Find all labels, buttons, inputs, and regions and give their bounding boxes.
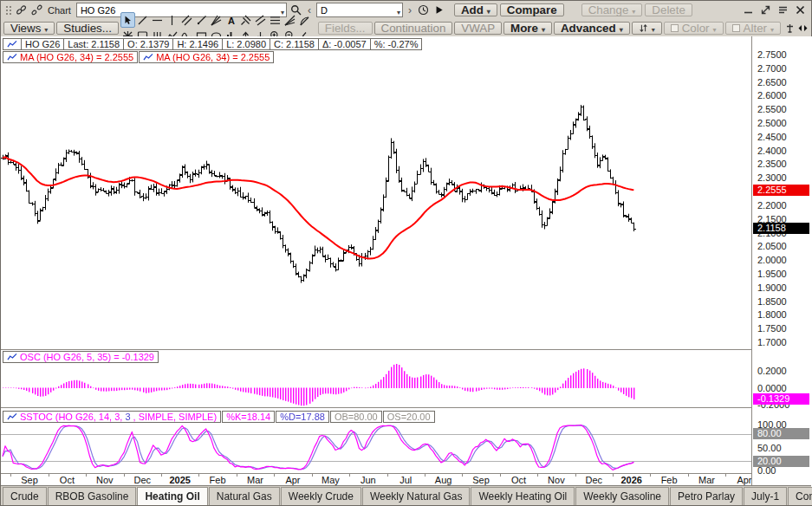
period-dropdown-caret-icon[interactable] bbox=[397, 6, 400, 16]
month-label: May bbox=[322, 475, 340, 485]
play-icon[interactable] bbox=[432, 3, 445, 16]
chart-tab[interactable]: July-1 bbox=[744, 487, 787, 505]
vwap-button[interactable]: VWAP bbox=[454, 22, 502, 35]
more-caret-icon bbox=[542, 22, 545, 35]
overbought-badge: 80.00 bbox=[753, 428, 809, 439]
chart-type-icon-chip[interactable] bbox=[3, 38, 22, 50]
price-tick: 2.6500 bbox=[757, 77, 787, 88]
price-tick: 2.3000 bbox=[757, 172, 787, 183]
price-tick: 1.7000 bbox=[757, 337, 787, 347]
ray-tool[interactable] bbox=[194, 12, 209, 28]
osc-badge[interactable]: OSC (HO G26, 5, 35) = -0.1329 bbox=[3, 351, 159, 363]
ma-badge[interactable]: MA (HO G26, 34) = 2.2555 bbox=[3, 51, 138, 63]
month-label: Feb bbox=[661, 475, 678, 485]
color-caret-icon bbox=[713, 22, 717, 35]
unlink-icon[interactable] bbox=[30, 3, 43, 16]
month-label: Apr bbox=[737, 475, 751, 485]
chart-tab[interactable]: Weekly Crude bbox=[281, 487, 361, 505]
trend-line-tool[interactable] bbox=[135, 12, 150, 28]
month-tick bbox=[274, 474, 275, 477]
ma-price-badge: 2.2555 bbox=[753, 185, 809, 196]
price-tick: 1.9500 bbox=[757, 269, 787, 279]
advanced-button[interactable]: Advanced bbox=[554, 22, 630, 35]
link-icon[interactable] bbox=[15, 3, 28, 16]
price-tick: 2.2000 bbox=[757, 200, 787, 211]
parallel-lines-tool[interactable] bbox=[179, 12, 194, 28]
sstoc-badge[interactable]: SSTOC (HO G26, 14, 3, 3, SIMPLE, SIMPLE) bbox=[3, 411, 221, 423]
trend-line-icon bbox=[137, 15, 148, 26]
expand-icon[interactable] bbox=[758, 3, 773, 16]
month-label: Mar bbox=[247, 475, 263, 485]
pin-icon[interactable] bbox=[784, 22, 796, 35]
speed-lines-tool[interactable] bbox=[209, 12, 224, 28]
ma-label-bar: MA (HO G26, 34) = 2.2555 MA (HO G26, 34)… bbox=[3, 51, 274, 63]
chart-tab[interactable]: Weekly Natural Gas bbox=[362, 487, 470, 505]
chart-tab[interactable]: Crude bbox=[3, 487, 47, 505]
color-button[interactable]: Color bbox=[664, 22, 724, 35]
price-tick: 1.8000 bbox=[757, 309, 787, 320]
horizontal-line-tool[interactable] bbox=[150, 12, 165, 28]
alter-checkbox[interactable] bbox=[732, 24, 740, 32]
month-tick bbox=[575, 474, 576, 477]
month-tick bbox=[161, 474, 162, 477]
chart-tab[interactable]: Weekly Gasoline bbox=[575, 487, 669, 505]
delete-button[interactable]: Delete bbox=[645, 3, 692, 16]
period-next-button[interactable] bbox=[406, 4, 414, 16]
pitchfork-tool[interactable] bbox=[238, 12, 253, 28]
month-label: Dec bbox=[586, 475, 603, 485]
chart-tab[interactable]: Commodity Index bbox=[788, 487, 812, 505]
chart-tab[interactable]: Heating Oil bbox=[137, 487, 207, 505]
text-tool-tool[interactable]: A bbox=[224, 12, 238, 28]
views-button[interactable]: Views bbox=[3, 22, 55, 35]
chart-tab[interactable]: RBOB Gasoline bbox=[48, 487, 137, 505]
info-chip: Last: 2.1158 bbox=[63, 38, 124, 50]
parallel-lines-icon bbox=[181, 15, 192, 26]
panel-toggle-icon[interactable] bbox=[797, 22, 809, 35]
oversold-badge: 20.00 bbox=[753, 456, 809, 467]
chart-area: HO G26 Last: 2.1158 O: 2.1379 H: 2.1496 … bbox=[1, 36, 811, 487]
close-icon[interactable] bbox=[793, 3, 808, 16]
chart-tab[interactable]: Petro Parlay bbox=[670, 487, 743, 505]
clock-icon[interactable] bbox=[417, 3, 430, 16]
line-chart-icon bbox=[7, 353, 17, 361]
month-label: Nov bbox=[96, 475, 114, 485]
sort-button[interactable] bbox=[632, 22, 662, 35]
color-checkbox[interactable] bbox=[671, 24, 679, 32]
more-button[interactable]: More bbox=[503, 22, 552, 35]
month-tick bbox=[650, 474, 651, 477]
period-input[interactable] bbox=[321, 5, 392, 16]
fib-retracement-tool[interactable] bbox=[268, 12, 283, 28]
add-button[interactable]: Add bbox=[454, 3, 497, 16]
vertical-line-tool[interactable] bbox=[165, 12, 179, 28]
line-chart-icon bbox=[7, 412, 17, 421]
minimize-icon[interactable] bbox=[741, 3, 756, 16]
price-chart-canvas[interactable] bbox=[1, 36, 751, 349]
line-chart-icon bbox=[7, 53, 17, 62]
month-label: Jun bbox=[361, 475, 376, 485]
speed-lines-icon bbox=[211, 15, 222, 26]
studies-button[interactable]: Studies... bbox=[56, 22, 119, 35]
fields-button[interactable]: Fields... bbox=[318, 22, 373, 35]
channel-tool[interactable] bbox=[253, 12, 268, 28]
chart-tab[interactable]: Weekly Heating Oil bbox=[471, 487, 575, 505]
drag-handle[interactable] bbox=[4, 4, 12, 16]
change-button[interactable]: Change bbox=[581, 3, 643, 16]
period-input-box bbox=[316, 3, 403, 17]
text-tool-icon: A bbox=[225, 15, 237, 26]
chart-tab[interactable]: Natural Gas bbox=[209, 487, 280, 505]
pointer-tool[interactable] bbox=[120, 12, 135, 28]
month-tick bbox=[10, 474, 11, 477]
menu-icon[interactable] bbox=[776, 3, 790, 16]
channel-icon bbox=[255, 15, 266, 26]
price-axis[interactable]: 2.75002.70002.65002.60002.55002.50002.45… bbox=[751, 36, 812, 487]
fib-fan-tool[interactable] bbox=[283, 12, 297, 28]
fib-arc-tool[interactable] bbox=[297, 12, 312, 28]
ma-badge[interactable]: MA (HO G26, 34) = 2.2555 bbox=[139, 51, 274, 63]
month-tick bbox=[312, 474, 313, 477]
alter-button[interactable]: Alter bbox=[725, 22, 781, 35]
pitchfork-icon bbox=[240, 15, 251, 26]
overbought-chip: OB=80.00 bbox=[330, 411, 382, 423]
panel-separator bbox=[1, 407, 811, 408]
continuation-button[interactable]: Continuation bbox=[374, 22, 453, 35]
compare-button[interactable]: Compare bbox=[500, 3, 564, 16]
